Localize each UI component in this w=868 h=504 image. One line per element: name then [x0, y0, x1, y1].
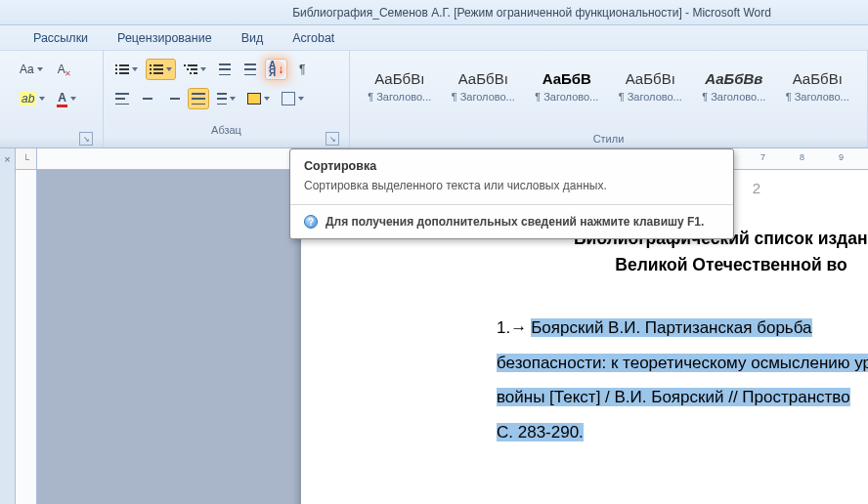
ribbon-group-styles: АаБбВı ¶ Заголово... АаБбВı ¶ Заголово..…: [350, 51, 868, 147]
selected-text-line1: Боярский В.И. Партизанская борьба: [531, 318, 811, 337]
paragraph-dialog-launcher[interactable]: ↘: [326, 132, 339, 146]
help-icon: ?: [304, 215, 318, 229]
borders-button[interactable]: [278, 88, 308, 109]
tab-selector[interactable]: └: [16, 148, 37, 170]
style-caption: ¶ Заголово...: [452, 91, 515, 103]
show-marks-button[interactable]: ¶: [291, 59, 313, 80]
style-sample: АаБбВı: [458, 70, 508, 87]
tab-mailings[interactable]: Рассылки: [23, 27, 98, 49]
style-caption: ¶ Заголово...: [535, 91, 598, 103]
ribbon-group-paragraph: АЯ↓ ¶ Абзац ↘: [104, 51, 350, 147]
vertical-ruler[interactable]: [16, 170, 37, 504]
style-sample: АаБбВı: [793, 70, 843, 87]
style-caption: ¶ Заголово...: [368, 91, 431, 103]
doc-heading-2: Великой Отечественной во: [497, 255, 868, 275]
align-right-button[interactable]: [162, 88, 184, 109]
style-item-4[interactable]: АаБбВı ¶ Заголово...: [609, 55, 693, 117]
ribbon: Aa A✕ ab A ↘ АЯ↓ ¶: [0, 51, 868, 148]
shading-button[interactable]: [243, 88, 274, 109]
style-sample: АаБбВ: [542, 70, 591, 87]
align-left-button[interactable]: [111, 88, 133, 109]
list-number: 1.→: [497, 318, 527, 337]
increase-indent-button[interactable]: [239, 59, 261, 80]
change-case-button[interactable]: Aa: [16, 59, 47, 80]
selected-text-line3: войны [Текст] / В.И. Боярский // Простра…: [497, 388, 850, 406]
close-pane-button[interactable]: ×: [0, 148, 16, 170]
justify-button[interactable]: [188, 88, 209, 109]
tab-view[interactable]: Вид: [232, 27, 274, 49]
bullets-button[interactable]: [111, 59, 142, 80]
styles-group-label: Стили: [358, 132, 859, 146]
ribbon-group-font: Aa A✕ ab A ↘: [0, 51, 104, 147]
style-gallery[interactable]: АаБбВı ¶ Заголово... АаБбВı ¶ Заголово..…: [358, 55, 859, 117]
decrease-indent-button[interactable]: [214, 59, 236, 80]
style-sample: АаБбВв: [705, 70, 762, 87]
sort-button[interactable]: АЯ↓: [265, 59, 287, 80]
selected-text-line2: безопасности: к теоретическому осмыслени…: [497, 354, 868, 372]
tooltip-footer: ? Для получения дополнительных сведений …: [290, 204, 733, 238]
left-gutter: [0, 170, 37, 504]
style-item-2[interactable]: АаБбВı ¶ Заголово...: [442, 55, 526, 117]
style-sample: АаБбВı: [626, 70, 675, 87]
ribbon-tabs: Рассылки Рецензирование Вид Acrobat: [0, 25, 868, 51]
tab-acrobat[interactable]: Acrobat: [282, 27, 344, 49]
page-number: 2: [753, 180, 760, 196]
tooltip-body: Сортировка выделенного текста или числов…: [290, 177, 733, 204]
style-item-6[interactable]: АаБбВı ¶ Заголово...: [776, 55, 860, 117]
ruler-mark: 7: [760, 152, 765, 162]
sort-icon: АЯ↓: [269, 62, 283, 77]
doc-paragraph: 1.→Боярский В.И. Партизанская борьба без…: [497, 311, 868, 450]
align-center-button[interactable]: [137, 88, 158, 109]
style-item-3[interactable]: АаБбВ ¶ Заголово...: [525, 55, 609, 117]
clear-formatting-button[interactable]: A✕: [51, 59, 72, 80]
ruler-mark: 9: [839, 152, 844, 162]
paragraph-group-label: Абзац: [111, 123, 341, 137]
tooltip-title: Сортировка: [290, 149, 733, 177]
tab-selector-icon: └: [22, 154, 28, 164]
tooltip-sort: Сортировка Сортировка выделенного текста…: [289, 148, 734, 239]
tooltip-footer-text: Для получения дополнительных сведений на…: [326, 215, 704, 229]
style-sample: АаБбВı: [374, 70, 424, 87]
style-caption: ¶ Заголово...: [619, 91, 682, 103]
style-caption: ¶ Заголово...: [702, 91, 765, 103]
selected-text-line4: С. 283-290.: [497, 423, 584, 441]
multilevel-list-button[interactable]: [180, 59, 210, 80]
font-color-button[interactable]: A: [53, 88, 80, 109]
style-item-5[interactable]: АаБбВв ¶ Заголово...: [692, 55, 776, 117]
border-icon: [282, 92, 295, 105]
font-dialog-launcher[interactable]: ↘: [79, 132, 93, 146]
window-title: Библиография_Семенов А.Г. [Режим огранич…: [292, 6, 771, 20]
ruler-mark: 8: [800, 152, 804, 162]
paint-bucket-icon: [247, 93, 261, 105]
nav-gutter: [0, 170, 16, 504]
title-bar: Библиография_Семенов А.Г. [Режим огранич…: [0, 0, 868, 25]
tab-review[interactable]: Рецензирование: [108, 27, 222, 49]
font-group-label: [16, 129, 95, 131]
style-caption: ¶ Заголово...: [786, 91, 849, 103]
numbering-button[interactable]: [146, 59, 176, 80]
line-spacing-button[interactable]: [213, 88, 239, 109]
text-highlight-button[interactable]: ab: [16, 88, 49, 109]
style-item-1[interactable]: АаБбВı ¶ Заголово...: [358, 55, 442, 117]
